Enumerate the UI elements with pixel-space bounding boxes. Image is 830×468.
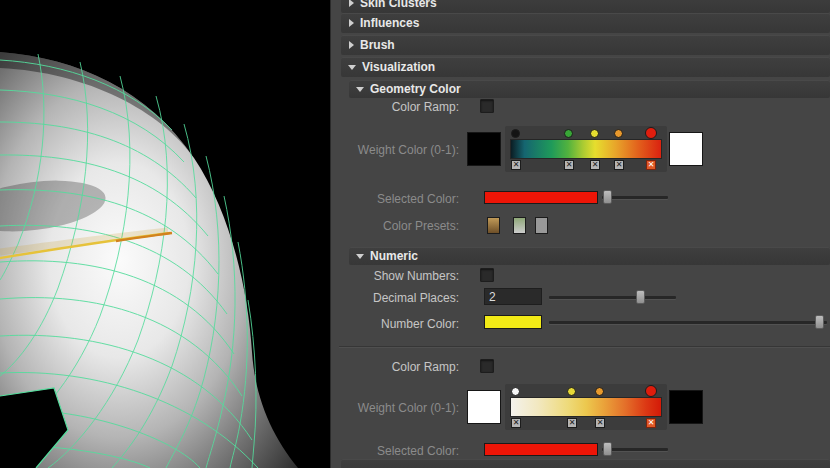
ramp-color-stop[interactable] bbox=[511, 387, 520, 396]
ramp-color-stop[interactable] bbox=[564, 129, 573, 138]
number-color-label: Number Color: bbox=[331, 317, 459, 331]
section-header-brush[interactable]: Brush bbox=[341, 35, 830, 55]
selected-color-swatch[interactable] bbox=[484, 443, 598, 456]
weight-color-right-swatch[interactable] bbox=[669, 132, 703, 166]
subsection-header-label: Geometry Color bbox=[370, 82, 461, 96]
color-ramp-checkbox[interactable] bbox=[480, 99, 494, 113]
decimal-places-slider-handle[interactable] bbox=[636, 290, 645, 304]
section-header-label: Visualization bbox=[362, 60, 435, 74]
mesh-wireframe bbox=[0, 0, 330, 468]
color-presets-label: Color Presets: bbox=[331, 219, 459, 233]
ramp-color-stop[interactable] bbox=[590, 129, 599, 138]
section-header-skin-clusters[interactable]: Skin Clusters bbox=[341, 0, 830, 13]
selected-color-slider-handle[interactable] bbox=[603, 442, 612, 456]
ramp-interp-marker-selected[interactable] bbox=[646, 160, 656, 170]
next-section-header[interactable] bbox=[341, 459, 830, 468]
weight-color-label: Weight Color (0-1): bbox=[331, 143, 459, 157]
ramp-interp-marker[interactable] bbox=[567, 418, 577, 428]
ramp-interp-marker[interactable] bbox=[595, 418, 605, 428]
decimal-places-label: Decimal Places: bbox=[331, 291, 459, 305]
ramp-interp-marker[interactable] bbox=[511, 160, 521, 170]
weight-color-left-swatch[interactable] bbox=[467, 390, 501, 424]
color-ramp-label: Color Ramp: bbox=[331, 360, 459, 374]
ramp-gradient-bar[interactable] bbox=[510, 139, 662, 159]
weight-color-right-swatch[interactable] bbox=[669, 390, 703, 424]
show-numbers-label: Show Numbers: bbox=[331, 269, 459, 283]
selected-color-label: Selected Color: bbox=[331, 192, 459, 206]
ramp-interp-marker[interactable] bbox=[564, 160, 574, 170]
section-header-label: Influences bbox=[360, 16, 419, 30]
ramp-interp-marker[interactable] bbox=[590, 160, 600, 170]
number-color-swatch[interactable] bbox=[484, 315, 542, 329]
selected-color-label: Selected Color: bbox=[331, 444, 459, 458]
ramp-color-stop[interactable] bbox=[567, 387, 576, 396]
section-header-influences[interactable]: Influences bbox=[341, 13, 830, 33]
weight-color-label: Weight Color (0-1): bbox=[331, 401, 459, 415]
number-color-slider-track[interactable] bbox=[549, 321, 827, 324]
expand-arrow-icon bbox=[348, 65, 356, 70]
collapse-arrow-icon bbox=[349, 0, 354, 7]
subsection-header-numeric[interactable]: Numeric bbox=[349, 247, 830, 265]
group-divider bbox=[339, 346, 830, 348]
selected-color-swatch[interactable] bbox=[484, 191, 598, 204]
maya-paint-skin-weights-window: Skin Clusters Influences Brush Visualiza… bbox=[0, 0, 830, 468]
expand-arrow-icon bbox=[356, 87, 364, 92]
collapse-arrow-icon bbox=[349, 41, 354, 49]
ramp-color-stop[interactable] bbox=[595, 387, 604, 396]
expand-arrow-icon bbox=[356, 254, 364, 259]
show-numbers-checkbox[interactable] bbox=[480, 268, 494, 282]
section-header-label: Brush bbox=[360, 38, 395, 52]
ramp-color-stop[interactable] bbox=[614, 129, 623, 138]
ramp-color-stop[interactable] bbox=[645, 127, 657, 139]
decimal-places-slider-track[interactable] bbox=[549, 296, 676, 299]
number-color-slider-handle[interactable] bbox=[815, 315, 824, 329]
color-preset-swatch[interactable] bbox=[487, 217, 500, 234]
color-ramp-checkbox[interactable] bbox=[480, 359, 494, 373]
section-header-visualization[interactable]: Visualization bbox=[341, 57, 830, 77]
ramp-interp-marker[interactable] bbox=[614, 160, 624, 170]
section-header-label: Skin Clusters bbox=[360, 0, 437, 10]
weight-color-left-swatch[interactable] bbox=[467, 132, 501, 166]
color-ramp-label: Color Ramp: bbox=[331, 100, 459, 114]
weight-color-ramp[interactable] bbox=[505, 126, 667, 172]
ramp-gradient-bar[interactable] bbox=[510, 397, 662, 417]
collapse-arrow-icon bbox=[349, 19, 354, 27]
tool-settings-panel: Skin Clusters Influences Brush Visualiza… bbox=[330, 0, 830, 468]
ramp-color-stop[interactable] bbox=[645, 385, 657, 397]
color-preset-swatch[interactable] bbox=[535, 217, 548, 234]
ramp-interp-marker[interactable] bbox=[511, 418, 521, 428]
subsection-header-label: Numeric bbox=[370, 249, 418, 263]
ramp-interp-marker-selected[interactable] bbox=[646, 418, 656, 428]
selected-color-slider-handle[interactable] bbox=[603, 190, 612, 204]
ramp-color-stop[interactable] bbox=[511, 129, 520, 138]
viewport-3d[interactable] bbox=[0, 0, 330, 468]
color-preset-swatch[interactable] bbox=[513, 217, 526, 234]
decimal-places-input[interactable] bbox=[484, 288, 542, 305]
subsection-header-geometry-color[interactable]: Geometry Color bbox=[349, 80, 830, 98]
weight-color-ramp[interactable] bbox=[505, 384, 667, 430]
